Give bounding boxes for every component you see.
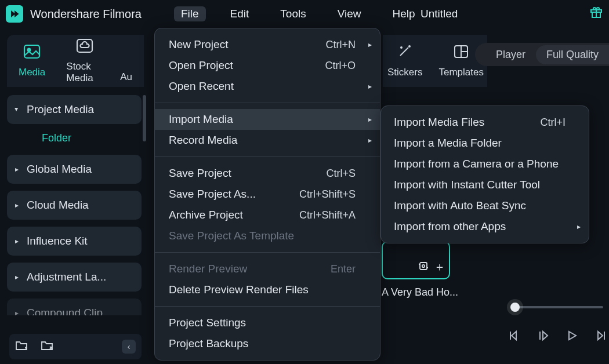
prev-frame-icon[interactable]: [508, 329, 521, 345]
menu-new-project[interactable]: New Project Ctrl+N ▸: [155, 34, 380, 55]
chevron-right-icon: ▸: [368, 41, 372, 49]
tab-stock-media-label: Stock Media: [66, 61, 103, 84]
sidebar-item-influence-kit[interactable]: ▸ Influence Kit: [7, 227, 142, 256]
top-bar: Wondershare Filmora File Edit Tools View…: [0, 0, 609, 28]
menu-separator: [155, 156, 380, 157]
svg-marker-19: [512, 332, 516, 340]
menu-open-recent[interactable]: Open Recent ▸: [155, 76, 380, 97]
media-tabs: Media Stock Media Au: [7, 35, 144, 87]
menu-help[interactable]: Help: [386, 6, 422, 21]
sidebar-item-adjustment-layer[interactable]: ▸ Adjustment La...: [7, 263, 142, 292]
menu-import-media[interactable]: Import Media ▸: [155, 109, 380, 130]
tab-stickers[interactable]: Stickers: [387, 44, 422, 78]
app-logo-icon: [6, 5, 23, 23]
svg-marker-23: [569, 332, 576, 340]
sidebar-item-compound-clip[interactable]: ▸ Compound Clip: [7, 299, 142, 315]
svg-point-11: [409, 46, 410, 47]
menu-project-backups[interactable]: Project Backups: [155, 333, 380, 354]
submenu-import-instant-cutter[interactable]: Import with Instant Cutter Tool: [381, 174, 589, 195]
sidebar-item-project-media[interactable]: ▸ Project Media: [7, 95, 142, 124]
player-timeline[interactable]: [510, 306, 603, 308]
svg-marker-24: [598, 332, 603, 340]
chevron-right-icon: ▸: [368, 82, 372, 90]
chevron-right-icon: ▸: [15, 165, 19, 173]
menu-view[interactable]: View: [331, 6, 368, 21]
crop-icon[interactable]: [418, 260, 429, 275]
menu-file[interactable]: File: [174, 6, 206, 21]
chevron-right-icon: ▸: [15, 237, 19, 245]
menu-save-project-as[interactable]: Save Project As... Ctrl+Shift+S: [155, 184, 380, 205]
player-quality-bar: Player Full Quality: [475, 43, 609, 66]
svg-rect-15: [420, 263, 427, 270]
svg-marker-22: [543, 332, 548, 340]
image-icon: [23, 44, 41, 63]
chevron-right-icon: ▸: [15, 309, 19, 315]
menu-open-project[interactable]: Open Project Ctrl+O: [155, 55, 380, 76]
sidebar-item-cloud-media[interactable]: ▸ Cloud Media: [7, 191, 142, 220]
submenu-import-media-files[interactable]: Import Media Files Ctrl+I: [381, 112, 589, 133]
full-quality-tab[interactable]: Full Quality: [536, 45, 609, 64]
play-pause-icon[interactable]: [537, 329, 550, 345]
menu-separator: [155, 252, 380, 253]
player-controls: [508, 329, 608, 345]
scrollbar-thumb[interactable]: [143, 95, 146, 141]
menu-tools[interactable]: Tools: [273, 6, 313, 21]
menu-separator: [155, 103, 380, 103]
tab-media-label: Media: [19, 67, 45, 78]
chevron-right-icon: ▸: [15, 273, 19, 281]
menu-record-media[interactable]: Record Media ▸: [155, 130, 380, 151]
timeline-playhead[interactable]: [510, 303, 520, 312]
menu-save-as-template: Save Project As Template: [155, 225, 380, 246]
menu-render-preview: Render Preview Enter: [155, 259, 380, 279]
chevron-right-icon: ▸: [368, 136, 372, 144]
menu-project-settings[interactable]: Project Settings: [155, 312, 380, 333]
submenu-import-other-apps[interactable]: Import from other Apps ▸: [381, 216, 589, 237]
tab-audio-label: Au: [120, 71, 132, 83]
new-folder-icon[interactable]: [15, 340, 28, 354]
gift-icon[interactable]: [589, 5, 603, 23]
media-thumbnail[interactable]: ＋: [382, 241, 450, 279]
svg-point-10: [401, 47, 402, 48]
next-frame-icon[interactable]: [595, 329, 608, 345]
menu-save-project[interactable]: Save Project Ctrl+S: [155, 163, 380, 184]
svg-point-16: [422, 265, 425, 267]
left-panel: Media Stock Media Au ▸ Project Media Fol…: [7, 35, 144, 359]
document-title: Untitled: [420, 8, 458, 20]
thumbnail-label: A Very Bad Ho...: [382, 286, 458, 299]
play-icon[interactable]: [566, 329, 579, 345]
chevron-right-icon: ▸: [577, 223, 581, 231]
sidebar-subitem-folder[interactable]: Folder: [7, 124, 144, 148]
chevron-right-icon: ▸: [15, 201, 19, 209]
chevron-down-icon: ▸: [13, 108, 21, 111]
layout-icon: [453, 44, 469, 63]
tab-media[interactable]: Media: [19, 44, 45, 78]
menu-delete-preview-files[interactable]: Delete Preview Render Files: [155, 279, 380, 300]
add-icon[interactable]: ＋: [434, 259, 445, 275]
tab-stock-media[interactable]: Stock Media: [66, 38, 103, 84]
app-title: Wondershare Filmora: [30, 8, 142, 21]
delete-folder-icon[interactable]: [41, 340, 53, 354]
file-menu-dropdown: New Project Ctrl+N ▸ Open Project Ctrl+O…: [154, 28, 380, 361]
menu-archive-project[interactable]: Archive Project Ctrl+Shift+A: [155, 205, 380, 225]
tab-audio-truncated[interactable]: Au: [120, 55, 132, 67]
wand-icon: [397, 44, 413, 63]
import-media-submenu: Import Media Files Ctrl+I Import a Media…: [380, 105, 589, 243]
submenu-import-auto-beat-sync[interactable]: Import with Auto Beat Sync: [381, 195, 589, 216]
submenu-import-media-folder[interactable]: Import a Media Folder: [381, 133, 589, 154]
sidebar-item-global-media[interactable]: ▸ Global Media: [7, 155, 142, 184]
collapse-sidebar-icon[interactable]: ‹: [122, 340, 136, 354]
menu-edit[interactable]: Edit: [223, 6, 256, 21]
sidebar-list: ▸ Project Media Folder ▸ Global Media ▸ …: [7, 95, 144, 315]
menu-bar: File Edit Tools View Help: [174, 6, 422, 21]
sidebar-bottom-toolbar: ‹: [9, 334, 142, 359]
editor-tabs-right: Stickers Templates: [383, 35, 487, 87]
menu-separator: [155, 306, 380, 307]
chevron-right-icon: ▸: [368, 115, 372, 123]
cloud-image-icon: [76, 38, 93, 57]
submenu-import-camera-phone[interactable]: Import from a Camera or a Phone: [381, 154, 589, 174]
player-tab[interactable]: Player: [485, 45, 536, 64]
